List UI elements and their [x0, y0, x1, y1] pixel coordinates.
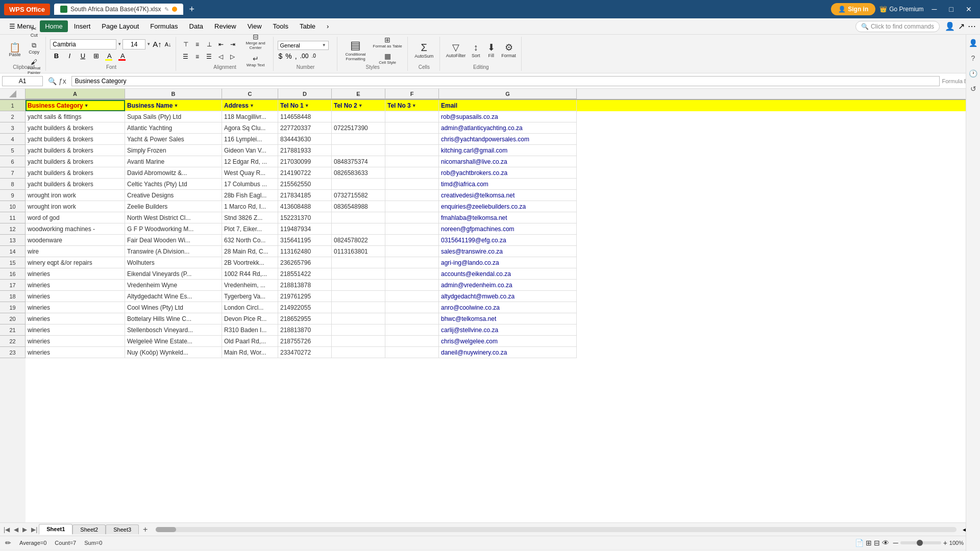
paste-button[interactable]: 📋 Paste	[5, 42, 24, 59]
cell-d22[interactable]: 218755726	[278, 336, 332, 347]
auto-filter-button[interactable]: ▽ AutoFilter	[444, 41, 468, 60]
cell-a16[interactable]: wineries	[26, 268, 125, 280]
cell-g19[interactable]: anro@coolwine.co.za	[439, 302, 577, 313]
cell-c23[interactable]: Main Rd, Wor...	[222, 347, 278, 358]
font-size-dropdown[interactable]: ▼	[146, 42, 151, 46]
cell-e10[interactable]: 0836548988	[332, 201, 385, 212]
cell-g7[interactable]: rob@yachtbrokers.co.za	[439, 167, 577, 179]
cell-b10[interactable]: Zeelie Builders	[125, 201, 222, 212]
cell-style-button[interactable]: ▦ Cell Style	[371, 51, 404, 66]
sheet-tab-2[interactable]: Sheet2	[72, 524, 106, 534]
align-left-button[interactable]: ☰	[180, 51, 191, 62]
sheet-tab-1[interactable]: Sheet1	[39, 524, 72, 535]
cell-e12[interactable]	[332, 223, 385, 235]
cell-b21[interactable]: Stellenbosch Vineyard...	[125, 324, 222, 336]
row-header-15[interactable]: 15	[0, 257, 26, 268]
cell-f12[interactable]	[385, 223, 439, 235]
cell-a13[interactable]: woodenware	[26, 235, 125, 246]
cell-b20[interactable]: Bottelary Hills Wine C...	[125, 313, 222, 324]
col-header-c[interactable]: C	[222, 89, 278, 99]
cell-e20[interactable]	[332, 313, 385, 324]
row-header-18[interactable]: 18	[0, 291, 26, 302]
align-center-button[interactable]: ≡	[192, 51, 203, 62]
cell-b19[interactable]: Cool Wines (Pty) Ltd	[125, 302, 222, 313]
cell-e19[interactable]	[332, 302, 385, 313]
cell-c20[interactable]: Devon Plce R...	[222, 313, 278, 324]
cell-g12[interactable]: noreen@gfpmachines.com	[439, 223, 577, 235]
font-name-dropdown[interactable]: ▼	[117, 42, 121, 46]
cell-d6[interactable]: 217030099	[278, 156, 332, 167]
cell-f3[interactable]	[385, 122, 439, 134]
more-tabs-button[interactable]: ›	[322, 20, 334, 32]
cell-a9[interactable]: wrought iron work	[26, 190, 125, 201]
cell-c15[interactable]: 2B Voortrekk...	[222, 257, 278, 268]
sign-in-button[interactable]: 👤 Sign in	[831, 3, 875, 15]
col-header-f[interactable]: F	[385, 89, 439, 99]
zoom-thumb[interactable]	[917, 540, 923, 546]
cell-b13[interactable]: Fair Deal Wooden Wi...	[125, 235, 222, 246]
cell-c1[interactable]: Address▼	[222, 100, 278, 111]
cell-d19[interactable]: 214922055	[278, 302, 332, 313]
cell-c14[interactable]: 28 Main Rd, C...	[222, 246, 278, 257]
cell-a2[interactable]: yacht sails & fittings	[26, 111, 125, 122]
cell-b4[interactable]: Yacht & Power Sales	[125, 134, 222, 145]
cut-button[interactable]: ✂ Cut	[26, 24, 42, 39]
row-header-10[interactable]: 10	[0, 201, 26, 212]
cell-g10[interactable]: enquiries@zeeliebuilders.co.za	[439, 201, 577, 212]
cell-g20[interactable]: bhwc@telkomsa.net	[439, 313, 577, 324]
cell-a1[interactable]: Business Category▼	[26, 100, 125, 111]
cell-f14[interactable]	[385, 246, 439, 257]
cell-a8[interactable]: yacht builders & brokers	[26, 179, 125, 190]
cell-e6[interactable]: 0848375374	[332, 156, 385, 167]
h-scroll-thumb[interactable]	[156, 527, 176, 532]
cell-f21[interactable]	[385, 324, 439, 336]
cell-g4[interactable]: chris@yachtandpowersales.com	[439, 134, 577, 145]
sheet-last-button[interactable]: ▶|	[30, 525, 39, 534]
bold-button[interactable]: B	[50, 51, 62, 62]
formula-edit-icon[interactable]: ƒx	[59, 77, 66, 85]
font-name-input[interactable]	[50, 39, 116, 49]
cell-c2[interactable]: 118 Macgillivr...	[222, 111, 278, 122]
cell-a7[interactable]: yacht builders & brokers	[26, 167, 125, 179]
maximize-button[interactable]: □	[945, 5, 958, 13]
decimal-decrease-button[interactable]: .0	[310, 53, 316, 59]
align-top-button[interactable]: ⊤	[180, 39, 191, 50]
format-button[interactable]: ⚙ Format	[499, 41, 518, 60]
row-header-23[interactable]: 23	[0, 347, 26, 358]
file-tab[interactable]: South Africa Data Base(47K).xlsx ✎	[54, 4, 183, 15]
cell-f10[interactable]	[385, 201, 439, 212]
cell-reference-input[interactable]	[2, 76, 43, 86]
cell-e13[interactable]: 0824578022	[332, 235, 385, 246]
align-middle-button[interactable]: ≡	[192, 39, 203, 50]
row-header-8[interactable]: 8	[0, 179, 26, 190]
row-header-1[interactable]: 1	[0, 100, 26, 111]
cell-f1[interactable]: Tel No 3▼	[385, 100, 439, 111]
font-size-down-button[interactable]: A↓	[164, 41, 173, 47]
cell-c10[interactable]: 1 Marco Rd, I...	[222, 201, 278, 212]
row-header-4[interactable]: 4	[0, 134, 26, 145]
cell-d2[interactable]: 114658448	[278, 111, 332, 122]
formula-search-icon[interactable]: 🔍	[48, 77, 57, 85]
cell-c11[interactable]: Stnd 3826 Z...	[222, 212, 278, 223]
tools-tab[interactable]: Tools	[268, 20, 293, 32]
cell-d11[interactable]: 152231370	[278, 212, 332, 223]
cell-d21[interactable]: 218813870	[278, 324, 332, 336]
cell-e8[interactable]	[332, 179, 385, 190]
cell-e9[interactable]: 0732715582	[332, 190, 385, 201]
profile-icon[interactable]: 👤	[945, 21, 955, 31]
col-header-b[interactable]: B	[125, 89, 222, 99]
row-header-16[interactable]: 16	[0, 268, 26, 280]
cell-d16[interactable]: 218551422	[278, 268, 332, 280]
cell-a23[interactable]: wineries	[26, 347, 125, 358]
cell-b22[interactable]: Welgeleë Wine Estate...	[125, 336, 222, 347]
currency-button[interactable]: $	[278, 52, 284, 60]
sidebar-help-icon[interactable]: ?	[971, 54, 975, 62]
cell-f11[interactable]	[385, 212, 439, 223]
indent-increase-button[interactable]: ⇥	[227, 39, 238, 50]
cell-e18[interactable]	[332, 291, 385, 302]
font-size-up-button[interactable]: A↑	[152, 40, 163, 48]
page-view-icon[interactable]: 📄	[855, 539, 864, 547]
cell-d14[interactable]: 113162480	[278, 246, 332, 257]
cell-c6[interactable]: 12 Edgar Rd, ...	[222, 156, 278, 167]
row-header-11[interactable]: 11	[0, 212, 26, 223]
